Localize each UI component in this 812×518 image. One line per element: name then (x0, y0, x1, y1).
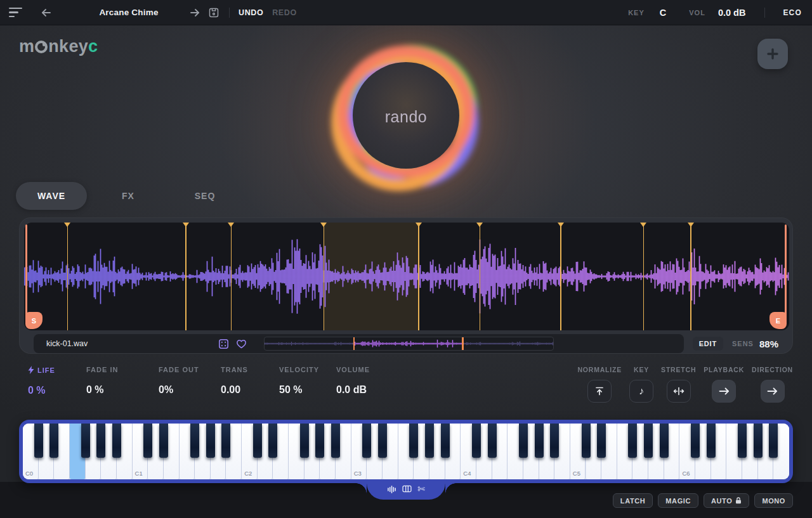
param-trans-value[interactable]: 0.00 (221, 384, 270, 396)
piano-keyboard: C0C1C2C3C4C5C6 (19, 420, 793, 483)
octave-label: C4 (463, 470, 471, 477)
black-key[interactable] (112, 424, 121, 458)
sens-label: SENS (732, 340, 754, 347)
black-key[interactable] (409, 424, 418, 458)
black-key[interactable] (519, 424, 528, 458)
black-key[interactable] (582, 424, 591, 458)
black-key[interactable] (628, 424, 637, 458)
param-velocity: VELOCITY 50 % (270, 366, 327, 396)
octave-label: C1 (135, 470, 143, 477)
param-fade-in-value[interactable]: 0 % (86, 384, 150, 396)
black-key[interactable] (425, 424, 434, 458)
black-key[interactable] (769, 424, 778, 458)
wave-footer: kick-01.wav EDIT SENS 88% (34, 334, 778, 353)
menu-icon[interactable] (9, 8, 22, 17)
normalize-icon (594, 386, 605, 396)
overview-selection-start[interactable] (353, 337, 355, 350)
tab-fx[interactable]: FX (93, 182, 164, 210)
black-key[interactable] (660, 424, 669, 458)
undo-button[interactable]: UNDO (239, 8, 263, 17)
black-key[interactable] (754, 424, 763, 458)
black-key[interactable] (331, 424, 340, 458)
black-key[interactable] (691, 424, 700, 458)
tool-buttons: NORMALIZE KEY ♪ STRETCH PLAYBACK (577, 366, 793, 403)
slice-marker[interactable] (231, 223, 232, 330)
slice-marker[interactable] (67, 223, 69, 330)
black-key[interactable] (597, 424, 606, 458)
black-key[interactable] (300, 424, 309, 458)
overview-selection-end[interactable] (462, 337, 464, 350)
black-key[interactable] (221, 424, 230, 458)
stretch-button[interactable] (667, 380, 691, 403)
black-key[interactable] (472, 424, 481, 458)
param-fade-out-value[interactable]: 0% (159, 384, 212, 396)
octave-label: C6 (682, 470, 690, 477)
arrow-right-icon (767, 387, 778, 395)
black-key[interactable] (738, 424, 747, 458)
slice-marker[interactable] (324, 223, 325, 330)
overview-waveform[interactable] (264, 337, 554, 351)
slice-marker[interactable] (185, 223, 187, 330)
black-key[interactable] (488, 424, 497, 458)
magic-button[interactable]: MAGIC (658, 493, 698, 508)
black-key[interactable] (143, 424, 152, 458)
param-volume-value[interactable]: 0.0 dB (336, 384, 403, 396)
auto-button[interactable]: AUTO (704, 493, 749, 508)
next-preset-icon[interactable] (190, 8, 200, 17)
preset-title[interactable]: Arcane Chime (84, 8, 173, 17)
black-key[interactable] (362, 424, 371, 458)
piano-roll-icon[interactable] (402, 485, 412, 493)
redo-button[interactable]: REDO (272, 8, 297, 17)
file-name[interactable]: kick-01.wav (46, 339, 88, 348)
add-button[interactable] (757, 39, 788, 69)
playback-button[interactable] (712, 380, 736, 403)
latch-button[interactable]: LATCH (613, 493, 653, 508)
black-key[interactable] (441, 424, 450, 458)
tab-wave[interactable]: WAVE (16, 182, 87, 210)
waveform-canvas (24, 223, 789, 330)
black-key[interactable] (378, 424, 387, 458)
rando-blob[interactable]: rando (324, 33, 488, 198)
slice-marker[interactable] (690, 223, 691, 330)
scissors-icon[interactable]: ✄ (417, 484, 425, 493)
black-key[interactable] (315, 424, 324, 458)
param-velocity-value[interactable]: 50 % (279, 384, 327, 396)
black-key[interactable] (550, 424, 559, 458)
black-key[interactable] (707, 424, 716, 458)
slice-marker[interactable] (418, 223, 419, 330)
edit-button[interactable]: EDIT (693, 337, 723, 351)
tool-normalize: NORMALIZE (577, 366, 622, 403)
slice-marker[interactable] (480, 223, 481, 330)
black-key[interactable] (535, 424, 544, 458)
black-key[interactable] (34, 424, 43, 458)
tab-seq[interactable]: SEQ (169, 182, 240, 210)
slice-marker[interactable] (643, 223, 645, 330)
black-key[interactable] (159, 424, 168, 458)
black-key[interactable] (644, 424, 653, 458)
waveform-display[interactable] (24, 223, 789, 330)
direction-button[interactable] (761, 380, 785, 403)
back-arrow-icon[interactable] (41, 8, 51, 17)
normalize-button[interactable] (587, 380, 612, 403)
black-key[interactable] (268, 424, 277, 458)
black-key[interactable] (190, 424, 199, 458)
black-key[interactable] (253, 424, 262, 458)
slice-marker[interactable] (560, 223, 561, 330)
sens-value[interactable]: 88% (759, 339, 778, 349)
black-key[interactable] (81, 424, 90, 458)
black-key[interactable] (206, 424, 215, 458)
audio-wave-icon[interactable] (387, 485, 396, 494)
save-icon[interactable] (209, 8, 219, 18)
mono-button[interactable]: MONO (754, 493, 793, 508)
key-value[interactable]: C (660, 8, 666, 18)
vol-value[interactable]: 0.0 dB (718, 8, 746, 18)
black-key[interactable] (49, 424, 58, 458)
plus-icon (766, 48, 779, 60)
end-handle[interactable]: E (769, 312, 787, 329)
dice-icon[interactable] (218, 338, 230, 350)
eco-toggle[interactable]: ECO (783, 8, 802, 17)
black-key[interactable] (96, 424, 105, 458)
favorite-heart-icon[interactable] (235, 338, 247, 350)
param-life-value[interactable]: 0 % (28, 385, 77, 396)
key-button[interactable]: ♪ (629, 380, 653, 403)
